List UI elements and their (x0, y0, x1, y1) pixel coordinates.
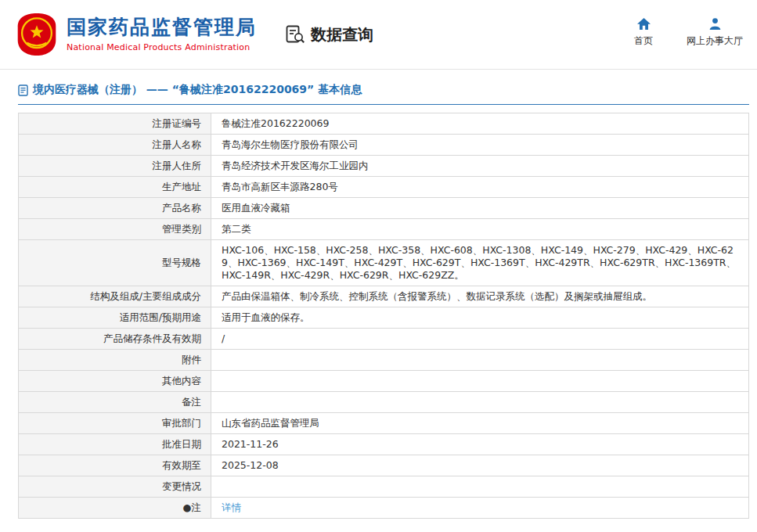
table-row: 其他内容 (19, 371, 749, 392)
row-value: 青岛经济技术开发区海尔工业园内 (211, 156, 749, 177)
table-row: 注册人名称 青岛海尔生物医疗股份有限公司 (19, 135, 749, 156)
agency-name-cn: 国家药品监督管理局 (67, 16, 257, 38)
table-row: ●注 详情 (19, 498, 749, 519)
table-row: 批准日期 2021-11-26 (19, 434, 749, 455)
row-label: 变更情况 (19, 476, 211, 498)
row-value: 青岛海尔生物医疗股份有限公司 (211, 135, 749, 156)
data-query-label: 数据查询 (311, 24, 373, 45)
nav-item-home[interactable]: 首页 (630, 17, 657, 48)
row-label: 备注 (19, 392, 211, 413)
table-row: 变更情况 (19, 476, 749, 498)
row-label: 适用范围/预期用途 (19, 307, 211, 329)
row-value: 山东省药品监督管理局 (211, 413, 749, 434)
row-label: 审批部门 (19, 413, 211, 434)
header: 国家药品监督管理局 National Medical Products Admi… (0, 0, 757, 70)
row-value: / (211, 329, 749, 350)
table-row: 有效期至 2025-12-08 (19, 455, 749, 476)
row-value (211, 392, 749, 413)
row-value (211, 371, 749, 392)
nav-item-service-hall[interactable]: 网上办事大厅 (687, 17, 743, 48)
user-icon (708, 17, 722, 31)
national-emblem-icon (16, 12, 58, 57)
document-icon (18, 84, 28, 96)
row-value: 产品由保温箱体、制冷系统、控制系统（含报警系统）、数据记录系统（选配）及搁架或抽… (211, 286, 749, 307)
row-label: 结构及组成/主要组成成分 (19, 286, 211, 307)
row-label: 注册证编号 (19, 113, 211, 135)
table-row: 备注 (19, 392, 749, 413)
nmpa-logo[interactable]: 国家药品监督管理局 National Medical Products Admi… (16, 12, 257, 57)
table-row: 产品名称 医用血液冷藏箱 (19, 198, 749, 219)
home-icon (636, 17, 651, 31)
row-value: 2025-12-08 (211, 455, 749, 476)
row-label: 其他内容 (19, 371, 211, 392)
table-row: 型号规格 HXC-106、HXC-158、HXC-258、HXC-358、HXC… (19, 240, 749, 286)
row-label: 型号规格 (19, 240, 211, 286)
row-label: 有效期至 (19, 455, 211, 476)
row-label: 产品储存条件及有效期 (19, 329, 211, 350)
page-title: 境内医疗器械（注册） —— “鲁械注准20162220069” 基本信息 (33, 83, 362, 97)
row-value: 青岛市高新区丰源路280号 (211, 177, 749, 198)
row-value (211, 350, 749, 371)
table-row: 注册证编号 鲁械注准20162220069 (19, 113, 749, 135)
row-label: ●注 (19, 498, 211, 519)
data-query-icon (285, 24, 305, 45)
data-query-tab[interactable]: 数据查询 (285, 24, 373, 45)
row-label: 生产地址 (19, 177, 211, 198)
row-label: 产品名称 (19, 198, 211, 219)
row-label: 附件 (19, 350, 211, 371)
registration-info-table: 注册证编号 鲁械注准20162220069 注册人名称 青岛海尔生物医疗股份有限… (18, 113, 749, 519)
row-value: 鲁械注准20162220069 (211, 113, 749, 135)
agency-name-en: National Medical Products Administration (67, 42, 257, 52)
table-row: 生产地址 青岛市高新区丰源路280号 (19, 177, 749, 198)
row-value: 第二类 (211, 219, 749, 240)
row-label: 注册人名称 (19, 135, 211, 156)
page-title-bar: 境内医疗器械（注册） —— “鲁械注准20162220069” 基本信息 (18, 83, 749, 105)
table-row: 结构及组成/主要组成成分 产品由保温箱体、制冷系统、控制系统（含报警系统）、数据… (19, 286, 749, 307)
table-row: 产品储存条件及有效期 / (19, 329, 749, 350)
table-row: 适用范围/预期用途 适用于血液的保存。 (19, 307, 749, 329)
table-row: 审批部门 山东省药品监督管理局 (19, 413, 749, 434)
detail-link[interactable]: 详情 (222, 501, 241, 513)
row-label: 注册人住所 (19, 156, 211, 177)
agency-names: 国家药品监督管理局 National Medical Products Admi… (67, 16, 257, 52)
table-row: 管理类别 第二类 (19, 219, 749, 240)
row-value: 2021-11-26 (211, 434, 749, 455)
table-row: 附件 (19, 350, 749, 371)
row-value: HXC-106、HXC-158、HXC-258、HXC-358、HXC-608、… (211, 240, 749, 286)
nav-home-label: 首页 (634, 34, 653, 48)
table-row: 注册人住所 青岛经济技术开发区海尔工业园内 (19, 156, 749, 177)
row-value: 适用于血液的保存。 (211, 307, 749, 329)
row-value (211, 476, 749, 498)
row-value: 详情 (211, 498, 749, 519)
row-label: 管理类别 (19, 219, 211, 240)
row-value: 医用血液冷藏箱 (211, 198, 749, 219)
header-nav: 首页 网上办事大厅 (630, 17, 743, 48)
row-label: 批准日期 (19, 434, 211, 455)
nav-hall-label: 网上办事大厅 (687, 34, 743, 48)
